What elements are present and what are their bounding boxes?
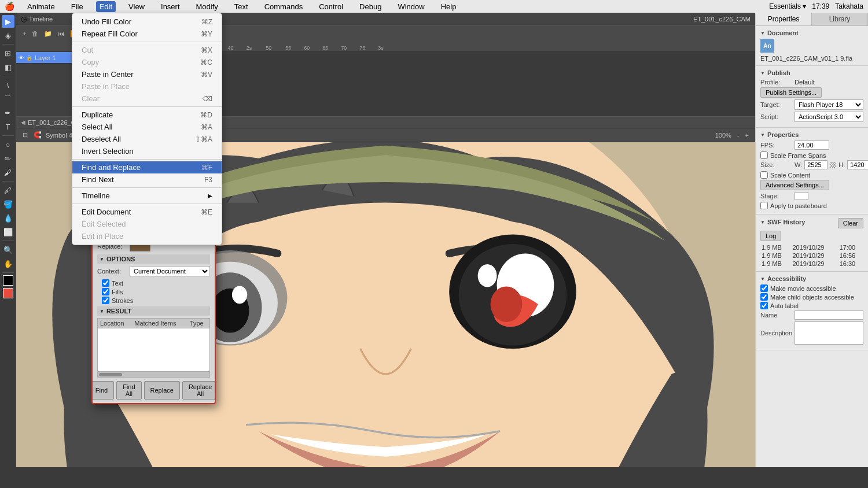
strokes-checkbox-row: Strokes	[97, 297, 210, 304]
tool-brush[interactable]: 🖌	[2, 166, 14, 179]
result-scrollbar[interactable]	[97, 372, 210, 378]
menu-edit-selected[interactable]: Edit Selected	[72, 218, 222, 230]
history-clear-button[interactable]: Clear	[838, 218, 863, 228]
menu-duplicate[interactable]: Duplicate ⌘D	[72, 109, 222, 121]
tool-pencil[interactable]: ✏	[2, 152, 14, 165]
apple-menu[interactable]: 🍎	[5, 2, 14, 11]
menu-deselect-all[interactable]: Deselect All ⇧⌘A	[72, 133, 222, 145]
tool-text[interactable]: T	[2, 120, 14, 133]
menubar-item-control[interactable]: Control	[315, 1, 347, 12]
advanced-settings-button[interactable]: Advanced Settings...	[760, 180, 829, 190]
menu-select-all[interactable]: Select All ⌘A	[72, 121, 222, 133]
desc-textarea[interactable]	[795, 321, 863, 345]
menu-edit-in-place[interactable]: Edit in Place	[72, 230, 222, 242]
menu-edit-document[interactable]: Edit Document ⌘E	[72, 206, 222, 218]
menu-clear[interactable]: Clear ⌫	[72, 93, 222, 105]
tool-gradient[interactable]: ◧	[2, 61, 14, 73]
tool-subselect[interactable]: ◈	[2, 29, 14, 42]
scale-frames-checkbox[interactable]	[760, 151, 768, 159]
publish-settings-button[interactable]: Publish Settings...	[760, 87, 822, 98]
result-section-header[interactable]: ▼ RESULT	[97, 306, 210, 316]
menu-paste-place[interactable]: Paste in Place	[72, 80, 222, 93]
stage-zoom-in[interactable]: +	[744, 132, 751, 139]
menubar-item-edit[interactable]: Edit	[96, 1, 116, 12]
menubar-item-modify[interactable]: Modify	[193, 1, 222, 12]
tool-eraser[interactable]: ⬜	[2, 225, 14, 238]
size-row: Size: W: ⛓ H: px	[760, 160, 863, 169]
history-log-button[interactable]: Log	[760, 231, 781, 241]
target-dropdown[interactable]: Flash Player 18	[795, 99, 863, 110]
tab-properties[interactable]: Properties	[756, 13, 812, 25]
history-row-1: 1.9 MB 2019/10/29 17:00	[760, 243, 863, 252]
width-input[interactable]	[804, 160, 827, 169]
fills-checkbox[interactable]	[102, 288, 109, 295]
auto-label-row: Auto label	[760, 302, 863, 309]
name-input[interactable]	[795, 310, 863, 320]
stage-color-swatch[interactable]	[795, 192, 808, 200]
stage-snap-btn[interactable]: ⊡	[21, 131, 30, 139]
menu-sep-2	[72, 106, 222, 107]
strokes-checkbox[interactable]	[102, 297, 109, 304]
replace-all-button[interactable]: Replace All	[182, 381, 216, 400]
tool-paint-bucket[interactable]: 🪣	[2, 198, 14, 210]
edit-dropdown-menu: Undo Fill Color ⌘Z Repeat Fill Color ⌘Y …	[72, 13, 222, 245]
tool-free-transform[interactable]: ⊞	[2, 47, 14, 60]
tool-zoom[interactable]: 🔍	[2, 243, 14, 256]
tl-rewind[interactable]: ⏮	[56, 30, 66, 37]
menu-timeline[interactable]: Timeline ▶	[72, 190, 222, 202]
stage-zoom-out[interactable]: -	[735, 132, 741, 139]
tool-pen[interactable]: ✒	[2, 106, 14, 119]
tool-lasso[interactable]: ⌒	[2, 93, 14, 105]
menu-undo-fill[interactable]: Undo Fill Color ⌘Z	[72, 16, 222, 28]
accessibility-section: ▼ Accessibility Make movie accessible Ma…	[756, 272, 868, 350]
menubar-item-animate[interactable]: Animate	[24, 1, 58, 12]
fps-value-input[interactable]	[795, 141, 829, 150]
menu-find-next[interactable]: Find Next F3	[72, 173, 222, 186]
apply-pasteboard-checkbox[interactable]	[760, 202, 768, 209]
menu-cut[interactable]: Cut ⌘X	[72, 44, 222, 56]
text-checkbox[interactable]	[102, 279, 109, 287]
tool-eyedropper[interactable]: 💧	[2, 212, 14, 224]
tool-hand[interactable]: ✋	[2, 257, 14, 270]
tool-oval[interactable]: ○	[2, 138, 14, 151]
find-button[interactable]: Find	[91, 381, 114, 400]
find-all-button[interactable]: Find All	[116, 381, 141, 400]
menubar-item-commands[interactable]: Commands	[261, 1, 306, 12]
scale-content-checkbox[interactable]	[760, 171, 768, 179]
auto-label-checkbox[interactable]	[760, 302, 768, 309]
strokes-checkbox-label: Strokes	[112, 297, 133, 304]
tl-delete-layer[interactable]: 🗑	[30, 30, 40, 37]
menubar-item-text[interactable]: Text	[231, 1, 252, 12]
menu-paste-center[interactable]: Paste in Center ⌘V	[72, 68, 222, 80]
height-input[interactable]	[847, 160, 868, 169]
menubar-item-view[interactable]: View	[125, 1, 148, 12]
script-dropdown[interactable]: ActionScript 3.0	[795, 112, 863, 122]
tab-library[interactable]: Library	[812, 13, 868, 25]
menubar-item-file[interactable]: File	[68, 1, 87, 12]
essentials-dropdown[interactable]: Essentials ▾	[769, 2, 806, 10]
make-child-checkbox[interactable]	[760, 293, 768, 301]
context-dropdown[interactable]: Current Document	[130, 266, 210, 276]
menu-repeat-fill[interactable]: Repeat Fill Color ⌘Y	[72, 28, 222, 40]
menubar-item-insert[interactable]: Insert	[157, 1, 183, 12]
menubar-item-window[interactable]: Window	[394, 1, 428, 12]
menu-copy[interactable]: Copy ⌘C	[72, 56, 222, 68]
options-section-header[interactable]: ▼ OPTIONS	[97, 254, 210, 264]
menubar-item-help[interactable]: Help	[437, 1, 460, 12]
tool-line[interactable]: \	[2, 79, 14, 91]
tool-fill-color[interactable]	[3, 288, 13, 298]
timeline-title: Timeline	[29, 16, 53, 23]
menu-sep-4	[72, 187, 222, 188]
svg-point-6	[232, 286, 247, 304]
menubar-item-debug[interactable]: Debug	[356, 1, 385, 12]
tl-add-layer[interactable]: +	[21, 30, 28, 37]
menu-invert-selection[interactable]: Invert Selection	[72, 145, 222, 157]
tool-select[interactable]: ▶	[2, 15, 14, 28]
tool-stroke-color[interactable]	[3, 275, 13, 286]
tool-ink-bottle[interactable]: 🖋	[2, 184, 14, 197]
stage-magnet-btn[interactable]: 🧲	[32, 131, 43, 139]
menu-find-replace[interactable]: Find and Replace ⌘F	[72, 161, 222, 173]
tl-add-folder[interactable]: 📁	[42, 30, 54, 38]
make-movie-checkbox[interactable]	[760, 284, 768, 292]
replace-button[interactable]: Replace	[144, 381, 180, 400]
